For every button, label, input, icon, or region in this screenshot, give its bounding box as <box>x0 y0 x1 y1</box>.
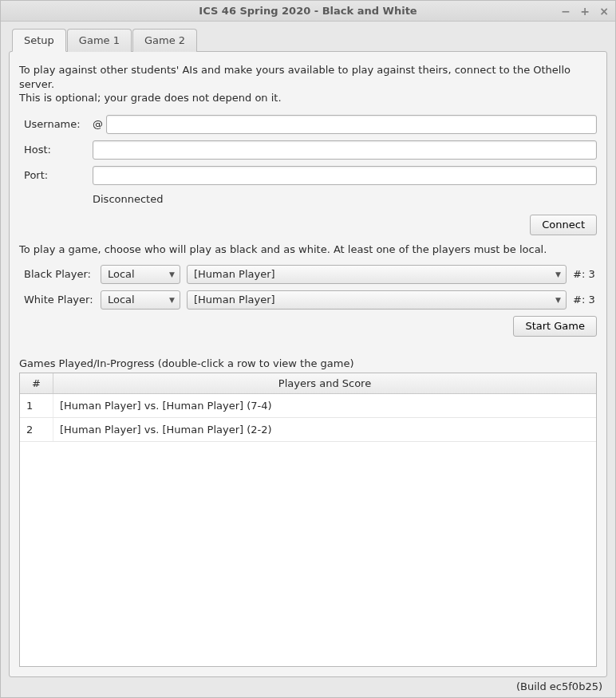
games-caption: Games Played/In-Progress (double-click a… <box>19 357 597 369</box>
button-label: Start Game <box>525 320 585 332</box>
app-window: ICS 46 Spring 2020 - Black and White − +… <box>0 0 616 698</box>
col-players-header[interactable]: Players and Score <box>53 373 596 393</box>
white-count: #: 3 <box>573 294 597 306</box>
tab-game-1[interactable]: Game 1 <box>67 29 132 52</box>
connect-row: Connect <box>19 208 597 243</box>
black-location-combo[interactable]: Local ▼ <box>101 265 180 284</box>
tab-setup[interactable]: Setup <box>12 29 66 52</box>
username-prefix: @ <box>93 118 103 130</box>
port-label: Port: <box>24 169 93 181</box>
start-row: Start Game <box>19 310 597 345</box>
port-row <box>93 166 597 185</box>
tab-bar: Setup Game 1 Game 2 <box>9 28 607 51</box>
button-label: Connect <box>542 219 585 231</box>
maximize-icon[interactable]: + <box>578 5 591 18</box>
connection-form: Username: @ Host: Port: <box>24 115 597 185</box>
chevron-down-icon: ▼ <box>555 296 561 304</box>
host-input[interactable] <box>93 140 597 160</box>
chevron-down-icon: ▼ <box>555 270 561 278</box>
connect-button[interactable]: Connect <box>530 215 597 235</box>
table-header: # Players and Score <box>20 373 596 394</box>
player-grid: Black Player: Local ▼ [Human Player] ▼ #… <box>24 265 597 310</box>
black-player-label: Black Player: <box>24 268 94 280</box>
cell-players: [Human Player] vs. [Human Player] (2-2) <box>53 418 596 441</box>
host-label: Host: <box>24 144 93 156</box>
host-row <box>93 140 597 160</box>
games-table: # Players and Score 1 [Human Player] vs.… <box>19 373 597 667</box>
chevron-down-icon: ▼ <box>169 296 175 304</box>
tab-label: Game 2 <box>144 34 185 46</box>
intro-line-1: To play against other students' AIs and … <box>19 63 597 91</box>
combo-value: Local <box>108 294 135 306</box>
start-game-button[interactable]: Start Game <box>513 316 597 337</box>
close-icon[interactable]: × <box>598 5 610 18</box>
port-input[interactable] <box>93 166 597 185</box>
cell-players: [Human Player] vs. [Human Player] (7-4) <box>53 394 596 417</box>
col-num-header[interactable]: # <box>20 373 53 393</box>
tab-game-2[interactable]: Game 2 <box>132 29 197 52</box>
window-title: ICS 46 Spring 2020 - Black and White <box>199 5 417 17</box>
table-body: 1 [Human Player] vs. [Human Player] (7-4… <box>20 394 596 666</box>
username-input[interactable] <box>106 115 597 134</box>
table-row[interactable]: 2 [Human Player] vs. [Human Player] (2-2… <box>20 418 596 442</box>
connection-status: Disconnected <box>93 190 597 208</box>
intro-line-2: This is optional; your grade does not de… <box>19 91 597 105</box>
white-player-combo[interactable]: [Human Player] ▼ <box>187 290 567 310</box>
content-area: Setup Game 1 Game 2 To play against othe… <box>1 22 615 697</box>
titlebar: ICS 46 Spring 2020 - Black and White − +… <box>1 1 615 22</box>
black-count: #: 3 <box>573 268 597 280</box>
tab-label: Setup <box>24 34 54 46</box>
cell-num: 2 <box>20 418 53 441</box>
window-controls: − + × <box>559 1 610 22</box>
setup-panel: To play against other students' AIs and … <box>9 51 607 677</box>
tab-label: Game 1 <box>79 34 120 46</box>
username-label: Username: <box>24 118 93 130</box>
table-row[interactable]: 1 [Human Player] vs. [Human Player] (7-4… <box>20 394 596 418</box>
black-player-combo[interactable]: [Human Player] ▼ <box>187 265 567 284</box>
combo-value: [Human Player] <box>194 294 275 306</box>
username-row: @ <box>93 115 597 134</box>
combo-value: Local <box>108 268 135 280</box>
white-player-label: White Player: <box>24 294 94 306</box>
minimize-icon[interactable]: − <box>559 5 572 18</box>
combo-value: [Human Player] <box>194 268 275 280</box>
intro-text: To play against other students' AIs and … <box>19 63 597 105</box>
chevron-down-icon: ▼ <box>169 270 175 278</box>
white-location-combo[interactable]: Local ▼ <box>101 290 180 310</box>
player-instruction: To play a game, choose who will play as … <box>19 243 597 255</box>
build-footer: (Build ec5f0b25) <box>9 677 607 694</box>
cell-num: 1 <box>20 394 53 417</box>
